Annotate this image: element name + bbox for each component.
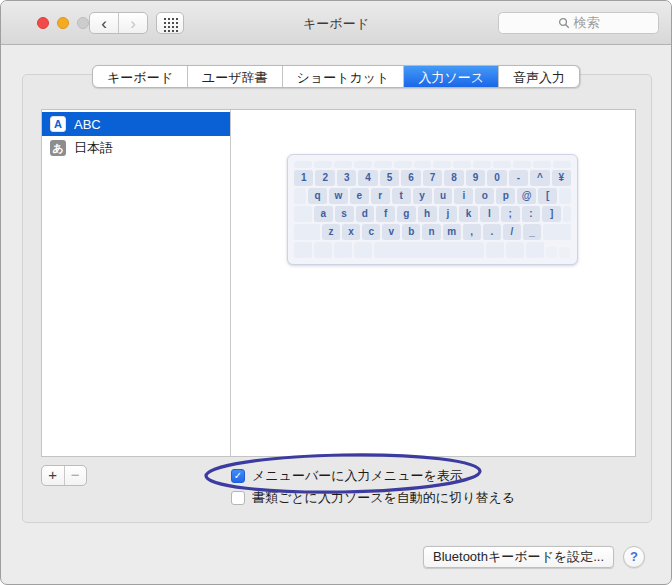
key-i: i bbox=[454, 188, 473, 204]
key-blank bbox=[506, 242, 524, 258]
tab-shortcuts[interactable]: ショートカット bbox=[282, 66, 404, 87]
setup-bluetooth-keyboard-button[interactable]: Bluetoothキーボードを設定... bbox=[423, 546, 614, 568]
search-icon bbox=[558, 17, 570, 29]
checkbox-checked[interactable]: ✓ bbox=[231, 469, 245, 483]
key-blank bbox=[354, 242, 372, 258]
key-4: 4 bbox=[358, 170, 377, 186]
list-item-abc[interactable]: A ABC bbox=[42, 112, 230, 136]
key-¥: ¥ bbox=[552, 170, 571, 186]
key-/: / bbox=[503, 224, 521, 240]
list-item-label: 日本語 bbox=[74, 139, 113, 157]
option-auto-switch-source[interactable]: 書類ごとに入力ソースを自動的に切り替える bbox=[231, 489, 515, 507]
japanese-input-icon: あ bbox=[50, 140, 66, 156]
key-blank bbox=[394, 161, 412, 168]
keyboard-row: qwertyuiop@[ bbox=[294, 188, 571, 204]
key-_: _ bbox=[523, 224, 541, 240]
key-blank bbox=[533, 161, 551, 168]
key-blank bbox=[493, 161, 511, 168]
key--: - bbox=[509, 170, 528, 186]
key-blank bbox=[374, 242, 484, 258]
keyboard-row: asdfghjkl;:] bbox=[294, 206, 571, 222]
key-l: l bbox=[480, 206, 499, 222]
key-blank bbox=[334, 161, 352, 168]
key-blank bbox=[414, 161, 432, 168]
key-blank bbox=[473, 161, 491, 168]
key-k: k bbox=[459, 206, 478, 222]
key-e: e bbox=[350, 188, 369, 204]
key-s: s bbox=[335, 206, 354, 222]
key-]: ] bbox=[542, 206, 561, 222]
remove-source-button[interactable]: − bbox=[64, 466, 87, 485]
key-;: ; bbox=[501, 206, 520, 222]
help-button[interactable]: ? bbox=[623, 546, 645, 568]
key-,: , bbox=[463, 224, 481, 240]
key-blank bbox=[354, 161, 372, 168]
key-a: a bbox=[314, 206, 333, 222]
key-.: . bbox=[483, 224, 501, 240]
key-u: u bbox=[434, 188, 453, 204]
input-source-panel: A ABC あ 日本語 1234567890-^¥qwertyuiop@[asd… bbox=[41, 109, 636, 457]
key-m: m bbox=[443, 224, 461, 240]
key-blank bbox=[294, 161, 312, 168]
key-z: z bbox=[322, 224, 340, 240]
key-blank bbox=[559, 247, 570, 258]
key-blank bbox=[543, 224, 571, 240]
key-blank bbox=[314, 242, 332, 258]
option-show-input-menu[interactable]: ✓ メニューバーに入力メニューを表示 bbox=[231, 467, 463, 485]
add-remove-control: + − bbox=[41, 465, 87, 486]
key-blank bbox=[486, 242, 504, 258]
key-h: h bbox=[418, 206, 437, 222]
key-blank bbox=[334, 242, 352, 258]
key-blank bbox=[453, 161, 471, 168]
key-p: p bbox=[496, 188, 515, 204]
keyboard-row bbox=[294, 161, 571, 168]
keyboard-preview: 1234567890-^¥qwertyuiop@[asdfghjkl;:]zxc… bbox=[287, 154, 578, 265]
key-f: f bbox=[376, 206, 395, 222]
keyboard-row bbox=[294, 242, 571, 258]
key-9: 9 bbox=[466, 170, 485, 186]
key-8: 8 bbox=[444, 170, 463, 186]
key-d: d bbox=[356, 206, 375, 222]
keyboard-row: 1234567890-^¥ bbox=[294, 170, 571, 186]
key-blank bbox=[513, 161, 531, 168]
key-:: : bbox=[522, 206, 541, 222]
key-o: o bbox=[475, 188, 494, 204]
tab-dictation[interactable]: 音声入力 bbox=[498, 66, 579, 87]
key-j: j bbox=[439, 206, 458, 222]
key-x: x bbox=[342, 224, 360, 240]
tab-user-dictionary[interactable]: ユーザ辞書 bbox=[187, 66, 282, 87]
key-t: t bbox=[392, 188, 411, 204]
tab-bar: キーボード ユーザ辞書 ショートカット 入力ソース 音声入力 bbox=[92, 65, 580, 88]
list-item-japanese[interactable]: あ 日本語 bbox=[42, 136, 230, 160]
key-2: 2 bbox=[315, 170, 334, 186]
tab-keyboard[interactable]: キーボード bbox=[93, 66, 187, 87]
key-blank bbox=[433, 161, 451, 168]
checkmark-icon: ✓ bbox=[234, 471, 242, 481]
key-c: c bbox=[362, 224, 380, 240]
keyboard-row: zxcvbnm,./_ bbox=[294, 224, 571, 240]
search-input[interactable]: 検索 bbox=[498, 12, 659, 34]
layout-detail-area: 1234567890-^¥qwertyuiop@[asdfghjkl;:]zxc… bbox=[231, 110, 635, 456]
key-blank bbox=[563, 206, 571, 222]
input-source-list: A ABC あ 日本語 bbox=[42, 110, 231, 456]
key-n: n bbox=[422, 224, 440, 240]
key-w: w bbox=[329, 188, 348, 204]
system-preferences-keyboard-window: ‹ › キーボード 検索 キーボード ユーザ辞書 ショートカット 入力ソース 音… bbox=[0, 0, 672, 585]
key-blank bbox=[314, 161, 332, 168]
key-blank bbox=[294, 206, 312, 222]
key-v: v bbox=[382, 224, 400, 240]
tab-input-sources[interactable]: 入力ソース bbox=[403, 66, 498, 87]
key-g: g bbox=[397, 206, 416, 222]
key-[: [ bbox=[538, 188, 557, 204]
key-^: ^ bbox=[530, 170, 549, 186]
key-blank bbox=[294, 224, 320, 240]
checkbox-unchecked[interactable] bbox=[231, 491, 245, 505]
key-7: 7 bbox=[423, 170, 442, 186]
key-y: y bbox=[413, 188, 432, 204]
abc-input-icon: A bbox=[50, 116, 66, 132]
add-source-button[interactable]: + bbox=[42, 466, 64, 485]
option-label: 書類ごとに入力ソースを自動的に切り替える bbox=[252, 489, 515, 507]
key-blank bbox=[294, 188, 306, 204]
key-blank bbox=[374, 161, 392, 168]
key-blank bbox=[294, 242, 312, 258]
